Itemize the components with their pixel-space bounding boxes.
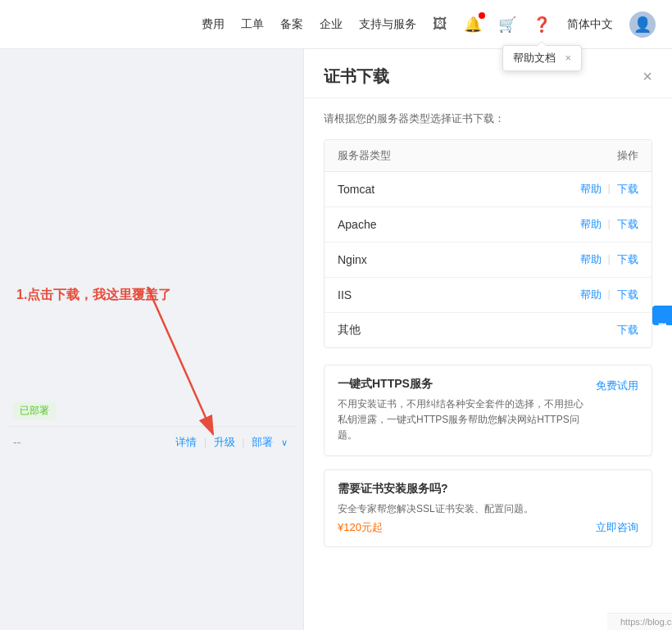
modal-title: 证书下载 [324,66,389,88]
main-area: 1.点击下载，我这里覆盖了 已部署 -- 详情 | 升级 | 部署 ∨ [0,49,672,630]
nav-filing[interactable]: 备案 [280,17,303,32]
table-row: 其他 下载 [325,313,652,347]
apache-download-link[interactable]: 下载 [617,217,638,232]
cert-table-header: 服务器类型 操作 [325,140,652,172]
image-icon[interactable]: 🖼 [433,16,447,33]
table-row: Nginx 帮助 | 下载 [325,242,652,278]
https-service-desc: 不用安装证书，不用纠结各种安全套件的选择，不用担心私钥泄露，一键式HTTPS服务… [338,397,583,444]
deploy-dropdown-icon[interactable]: ∨ [281,437,288,447]
help-tooltip: 帮助文档 × [502,45,582,71]
nav-enterprise[interactable]: 企业 [320,17,343,32]
server-name-tomcat: Tomcat [338,183,375,196]
right-sidebar-tab[interactable]: 联系我们 [652,306,672,325]
user-avatar[interactable]: 👤 [629,11,656,38]
tomcat-help-link[interactable]: 帮助 [580,182,602,197]
help-tooltip-text: 帮助文档 [513,52,556,64]
tomcat-actions: 帮助 | 下载 [580,182,638,197]
iis-actions: 帮助 | 下载 [580,288,638,302]
modal-panel: 2.选择Tomcat 证书下载 × 请根据您的服务器类型选择证书下载： 服务器类… [303,49,672,630]
modal-close-button[interactable]: × [642,67,652,86]
apache-actions: 帮助 | 下载 [580,217,638,232]
nav-items: 费用 工单 备案 企业 支持与服务 🖼 🔔 🛒 ❓ 简体中文 👤 [202,11,656,38]
annotation-1-text: 1.点击下载，我这里覆盖了 [16,287,171,304]
divider: | [608,217,611,232]
install-service-title: 需要证书安装服务吗? [338,482,638,496]
action-links: 详情 | 升级 | 部署 ∨ [173,435,290,450]
nav-language[interactable]: 简体中文 [567,17,613,32]
detail-link[interactable]: 详情 [175,436,197,448]
install-service-box: 需要证书安装服务吗? 安全专家帮您解决SSL证书安装、配置问题。 ¥120元起 … [324,469,652,547]
nav-fees[interactable]: 费用 [202,17,225,32]
modal-body: 请根据您的服务器类型选择证书下载： 服务器类型 操作 Tomcat 帮助 | 下… [304,98,672,573]
col-server-type: 服务器类型 [338,148,391,163]
https-service-title: 一键式HTTPS服务 [338,377,583,392]
bottom-status-bar: https://blog.csdn.net/weixin_40523483 [607,613,672,630]
top-navigation: 费用 工单 备案 企业 支持与服务 🖼 🔔 🛒 ❓ 简体中文 👤 帮助文档 × [0,0,672,49]
server-name-nginx: Nginx [338,253,367,266]
server-name-iis: IIS [338,288,352,301]
divider: | [608,288,611,302]
install-service-link[interactable]: 立即咨询 [596,520,638,535]
help-icon[interactable]: ❓ [533,16,551,34]
table-row: Tomcat 帮助 | 下载 [325,172,652,207]
nginx-help-link[interactable]: 帮助 [580,252,602,267]
cert-table: 服务器类型 操作 Tomcat 帮助 | 下载 Apache 帮助 [324,139,652,348]
bell-icon[interactable]: 🔔 [464,16,482,34]
left-panel: 1.点击下载，我这里覆盖了 已部署 -- 详情 | 升级 | 部署 ∨ [0,49,303,630]
install-service-desc: 安全专家帮您解决SSL证书安装、配置问题。 [338,501,534,517]
nav-support[interactable]: 支持与服务 [359,17,416,32]
nginx-download-link[interactable]: 下载 [617,252,638,267]
notification-badge [479,12,485,19]
deploy-link[interactable]: 部署 [252,436,273,448]
iis-download-link[interactable]: 下载 [617,288,638,302]
other-download-link[interactable]: 下载 [617,323,638,338]
server-name-other: 其他 [338,323,361,338]
upgrade-link[interactable]: 升级 [214,436,235,448]
install-service-price: ¥120元起 [338,520,534,535]
modal-description: 请根据您的服务器类型选择证书下载： [324,111,652,126]
help-tooltip-close[interactable]: × [565,52,571,64]
dashes-value: -- [13,436,20,449]
tomcat-download-link[interactable]: 下载 [617,182,638,197]
cart-icon[interactable]: 🛒 [498,16,516,34]
bottom-url: https://blog.csdn.net/weixin_40523483 [620,617,672,627]
https-service-btn[interactable]: 免费试用 [596,378,638,393]
https-service-box: 一键式HTTPS服务 不用安装证书，不用纠结各种安全套件的选择，不用担心私钥泄露… [324,365,652,456]
divider: | [608,252,611,267]
divider: | [608,182,611,197]
nav-workorder[interactable]: 工单 [241,17,264,32]
install-service-info: 安全专家帮您解决SSL证书安装、配置问题。 ¥120元起 [338,501,534,535]
install-service-body: 安全专家帮您解决SSL证书安装、配置问题。 ¥120元起 立即咨询 [338,501,638,535]
apache-help-link[interactable]: 帮助 [580,217,602,232]
modal-header: 证书下载 × [304,49,672,98]
col-action: 操作 [617,148,638,163]
server-name-apache: Apache [338,218,376,231]
https-service-content: 一键式HTTPS服务 不用安装证书，不用纠结各种安全套件的选择，不用担心私钥泄露… [338,377,583,444]
table-row: IIS 帮助 | 下载 [325,278,652,313]
status-badge: 已部署 [13,402,56,419]
other-actions: 下载 [617,323,638,338]
table-row: Apache 帮助 | 下载 [325,207,652,242]
nginx-actions: 帮助 | 下载 [580,252,638,267]
iis-help-link[interactable]: 帮助 [580,288,602,302]
